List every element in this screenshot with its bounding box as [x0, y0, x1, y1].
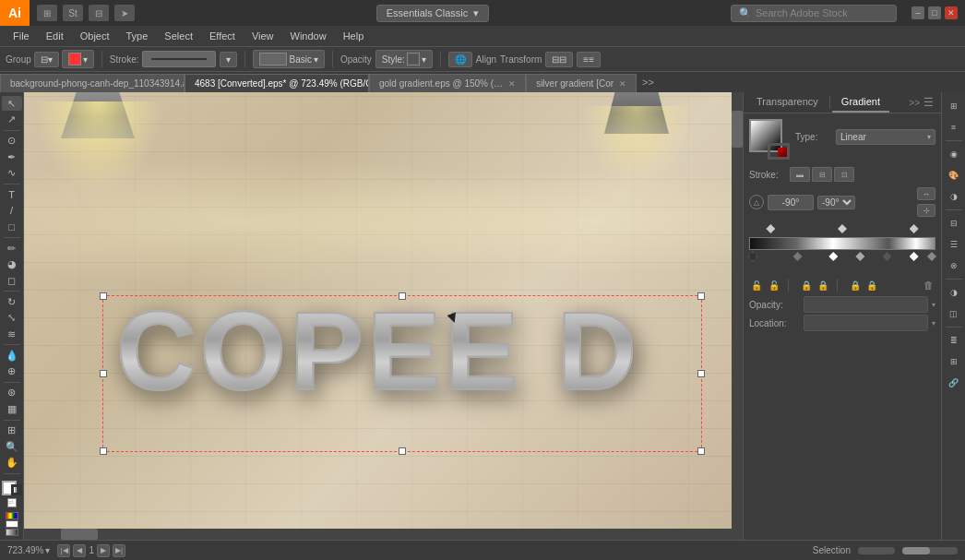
close-button[interactable]: ✕ [945, 6, 958, 19]
line-tool[interactable]: / [2, 203, 22, 218]
opacity-arrow[interactable]: ▾ [932, 301, 935, 309]
lock-icon-5[interactable]: 🔒 [848, 278, 863, 292]
gradient-bar[interactable] [749, 237, 935, 250]
color-swatch-group[interactable] [2, 481, 22, 495]
icon-arrow[interactable]: ➤ [114, 5, 135, 21]
color-stop-7[interactable] [927, 252, 936, 261]
lock-icon-1[interactable]: 🔓 [749, 278, 764, 292]
arrange-btn[interactable]: ≡≡ [577, 52, 601, 67]
artboards-icon[interactable]: ⊞ [944, 351, 964, 372]
type-tool[interactable]: T [2, 187, 22, 202]
pen-tool[interactable]: ✒ [2, 149, 22, 164]
tabs-more[interactable]: >> [637, 75, 660, 89]
color-stop-2[interactable] [793, 252, 803, 261]
tab-3[interactable]: silver gradient [Cor ✕ [526, 74, 637, 92]
stroke-icon-1[interactable]: ▬ [790, 167, 810, 182]
tab-gradient[interactable]: Gradient [832, 92, 889, 113]
color-picker-icon[interactable]: 🎨 [944, 165, 964, 185]
menu-type[interactable]: Type [119, 29, 156, 43]
select-tool[interactable]: ↖ [2, 96, 22, 111]
scrollbar-thumb-h[interactable] [61, 529, 98, 540]
swap-colors-btn[interactable]: ⇄ [7, 498, 17, 507]
first-artboard-btn[interactable]: |◀ [57, 544, 70, 557]
menu-view[interactable]: View [244, 29, 281, 43]
icon-st[interactable]: St [63, 5, 83, 21]
icon-layout[interactable]: ⊟ [89, 5, 109, 21]
color-stop-3[interactable] [828, 252, 838, 261]
cc-libraries-icon[interactable]: ≡ [944, 117, 964, 137]
lock-icon-4[interactable]: 🔒 [816, 278, 830, 292]
color-guide-icon[interactable]: ◑ [944, 186, 964, 207]
links-icon[interactable]: 🔗 [944, 373, 964, 393]
rotate-tool[interactable]: ↻ [2, 294, 22, 309]
properties-icon[interactable]: ⊞ [944, 96, 964, 116]
transform-icon[interactable]: ⊟ [944, 213, 964, 233]
prev-artboard-btn[interactable]: ◀ [73, 544, 86, 557]
menu-window[interactable]: Window [283, 29, 334, 43]
hand-tool[interactable]: ✋ [2, 455, 22, 470]
zoom-arrow[interactable]: ▾ [45, 545, 50, 555]
angle-input[interactable]: -90° [768, 195, 814, 210]
canvas-area[interactable]: COPEE D [24, 92, 743, 540]
panel-menu[interactable]: ☰ [920, 96, 937, 109]
maximize-button[interactable]: □ [928, 6, 941, 19]
color-stop-5[interactable] [883, 252, 892, 261]
opacity-stop-3[interactable] [910, 224, 919, 233]
stroke-options-btn[interactable]: ▾ [220, 52, 237, 67]
stroke-swatch-small[interactable] [768, 143, 790, 160]
tab-2[interactable]: gold gradient.eps @ 150% (… ✕ [369, 74, 526, 92]
lock-icon-6[interactable]: 🔒 [864, 278, 879, 292]
menu-select[interactable]: Select [157, 29, 200, 43]
scrollbar-horizontal[interactable] [24, 529, 732, 540]
style-btn[interactable]: Basic▾ [253, 50, 324, 68]
location-input[interactable] [804, 315, 928, 331]
scrollbar-vertical[interactable] [732, 92, 743, 540]
menu-help[interactable]: Help [336, 29, 372, 43]
stroke-icon-3[interactable]: ⊡ [834, 167, 854, 182]
stroke-preview[interactable] [142, 51, 216, 67]
opacity-stop-2[interactable] [838, 224, 847, 233]
next-artboard-btn[interactable]: ▶ [97, 544, 110, 557]
angle-select[interactable]: -90° 0° 90° [817, 196, 855, 209]
artboard-tool[interactable]: ⊞ [2, 423, 22, 437]
gradient-btn[interactable] [6, 529, 18, 536]
zoom-control[interactable]: 723.49% ▾ [7, 545, 50, 555]
workspace-selector[interactable]: Essentials Classic ▾ [376, 5, 490, 22]
close-tab-3[interactable]: ✕ [619, 79, 626, 89]
appearance-icon[interactable]: ◑ [944, 282, 964, 303]
zoom-tool[interactable]: 🔍 [2, 439, 22, 454]
location-arrow[interactable]: ▾ [932, 319, 935, 328]
color-stop-4[interactable] [855, 252, 864, 261]
blend-tool[interactable]: ⊕ [2, 364, 22, 379]
stroke-icon-2[interactable]: ⊟ [812, 167, 832, 182]
blob-brush-tool[interactable]: ◕ [2, 256, 22, 271]
pathfinder-icon[interactable]: ⊗ [944, 256, 964, 276]
layers-icon[interactable]: ≣ [944, 330, 964, 351]
toggle-view-btn[interactable]: ⊟▾ [34, 52, 59, 67]
none-btn[interactable] [6, 520, 18, 528]
opacity-input[interactable] [804, 296, 928, 313]
close-tab-2[interactable]: ✕ [508, 79, 516, 89]
lasso-tool[interactable]: ⊙ [2, 134, 22, 149]
menu-object[interactable]: Object [73, 29, 117, 43]
delete-stop-btn[interactable]: 🗑 [921, 278, 935, 292]
symbol-tool[interactable]: ⊛ [2, 386, 22, 400]
tab-1[interactable]: 4683 [Converted].eps* @ 723.49% (RGB/GPU… [185, 74, 369, 92]
reverse-gradient-btn[interactable]: ↔ [917, 187, 935, 200]
color-stop-1[interactable] [748, 252, 757, 261]
scale-tool[interactable]: ⤡ [2, 310, 22, 325]
eraser-tool[interactable]: ◻ [2, 273, 22, 288]
stroke-swatch[interactable] [11, 484, 22, 495]
tab-0[interactable]: background-phong-canh-dep_110343914.ai* … [0, 74, 185, 92]
align-btn[interactable]: 🌐 [448, 52, 472, 67]
curvature-tool[interactable]: ∿ [2, 166, 22, 181]
color-stop-6[interactable] [910, 252, 919, 261]
transform-options-btn[interactable]: ⊟⊟ [545, 52, 573, 67]
rect-tool[interactable]: □ [2, 220, 22, 234]
last-artboard-btn[interactable]: ▶| [113, 544, 125, 557]
style-label-btn[interactable]: Style: ▾ [375, 50, 433, 68]
menu-edit[interactable]: Edit [39, 29, 71, 43]
freeform-btn[interactable]: ⊹ [917, 204, 935, 217]
type-select[interactable]: Linear ▾ [836, 129, 935, 145]
tab-transparency[interactable]: Transparency [747, 92, 828, 113]
